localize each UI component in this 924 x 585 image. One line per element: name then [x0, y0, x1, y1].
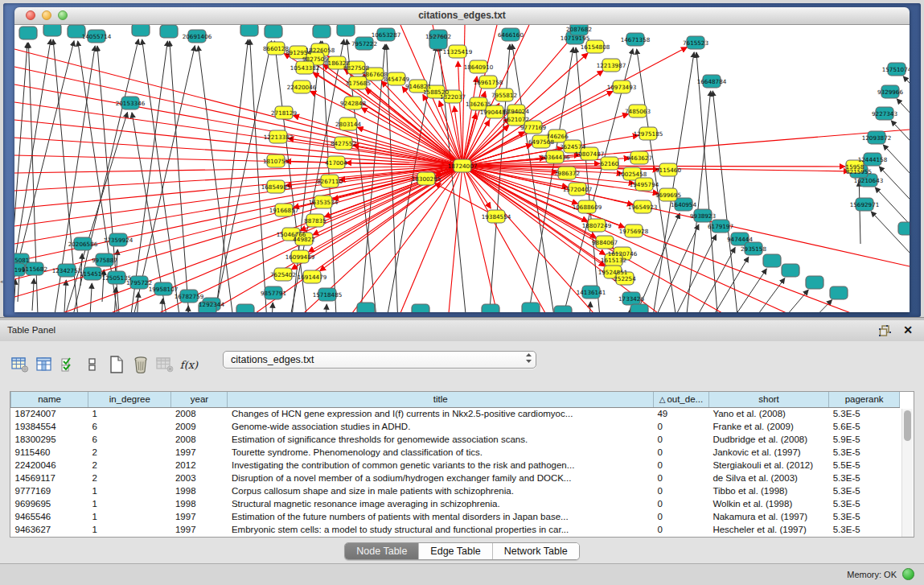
table-row[interactable]: 1456911722003Disruption of a novel membe… — [11, 472, 900, 484]
network-edge[interactable] — [704, 269, 766, 312]
network-edge[interactable] — [14, 49, 462, 166]
network-node[interactable] — [19, 27, 37, 39]
delete-table-button[interactable] — [129, 354, 153, 375]
network-node[interactable] — [763, 254, 781, 267]
new-table-button[interactable] — [105, 354, 129, 375]
network-node[interactable] — [160, 25, 178, 38]
memory-ok-indicator[interactable] — [902, 568, 914, 580]
tab-network-table[interactable]: Network Table — [493, 543, 579, 559]
table-row[interactable]: 1938455462009Genome-wide association stu… — [11, 420, 900, 433]
table-row[interactable]: 2242004622012Investigating the contribut… — [11, 459, 900, 472]
table-row[interactable]: 911546021997Tourette syndrome. Phenomeno… — [11, 446, 900, 459]
network-node[interactable] — [830, 286, 848, 299]
network-edge[interactable] — [271, 303, 273, 312]
network-edge[interactable] — [90, 283, 92, 312]
network-node[interactable] — [337, 25, 355, 36]
table-cell: 5.3E-5 — [829, 407, 900, 420]
network-node[interactable] — [132, 25, 150, 36]
network-edge[interactable] — [462, 76, 477, 166]
network-edge[interactable] — [170, 41, 192, 312]
network-edge[interactable] — [125, 41, 167, 312]
table-row[interactable]: 946554611997Estimation of the future num… — [11, 510, 900, 523]
network-edge[interactable] — [250, 39, 269, 312]
network-node[interactable] — [240, 25, 258, 36]
network-edge[interactable] — [859, 181, 860, 244]
column-header-outde[interactable]: △out_de... — [653, 392, 708, 407]
network-node[interactable] — [522, 303, 540, 312]
network-canvas[interactable]: 1405571420691406106532871527602646616010… — [14, 25, 910, 312]
table-row[interactable]: 1830029562008Estimation of significance … — [11, 433, 900, 446]
network-edge[interactable] — [903, 76, 910, 119]
network-node[interactable] — [236, 304, 254, 312]
show-columns-button[interactable] — [32, 354, 56, 375]
node-table[interactable]: namein_degreeyeartitle△out_de...shortpag… — [10, 391, 914, 538]
network-edge[interactable] — [14, 279, 15, 311]
panel-collapse-handle-icon[interactable]: ◂ — [0, 278, 3, 285]
tab-edge-table[interactable]: Edge Table — [419, 543, 492, 559]
scrollbar-thumb[interactable] — [904, 410, 911, 441]
table-row[interactable]: 1872400712008Changes of HCN gene express… — [11, 407, 900, 420]
tab-node-table[interactable]: Node Table — [345, 543, 419, 559]
window-titlebar[interactable]: citations_edges.txt — [14, 7, 910, 25]
network-edge[interactable] — [435, 183, 496, 216]
network-select[interactable]: citations_edges.txt — [223, 351, 536, 369]
network-node[interactable] — [357, 303, 375, 312]
network-edge[interactable] — [325, 304, 326, 312]
network-node[interactable] — [898, 222, 910, 235]
column-header-name[interactable]: name — [11, 392, 88, 407]
network-edge[interactable] — [14, 138, 462, 166]
network-edge[interactable] — [32, 278, 34, 311]
network-edge[interactable] — [652, 235, 717, 312]
network-edge[interactable] — [696, 52, 721, 312]
network-edge[interactable] — [462, 130, 910, 166]
network-edge[interactable] — [449, 166, 462, 312]
network-node[interactable] — [630, 304, 648, 312]
network-edge[interactable] — [891, 121, 910, 163]
network-edge[interactable] — [883, 145, 910, 187]
table-settings-button[interactable] — [8, 354, 32, 375]
column-header-year[interactable]: year — [171, 392, 228, 407]
select-rows-button[interactable] — [56, 354, 80, 375]
column-header-pagerank[interactable]: pagerank — [829, 392, 900, 407]
network-edge[interactable] — [64, 280, 66, 312]
network-edge[interactable] — [14, 84, 462, 166]
table-cell: 5.3E-5 — [829, 523, 900, 536]
close-panel-icon[interactable]: ✕ — [903, 323, 913, 336]
vertical-scrollbar[interactable] — [901, 409, 913, 537]
network-node[interactable] — [313, 25, 331, 38]
table-row[interactable]: 977716911998Corpus callosum shape and si… — [11, 484, 900, 497]
network-edge[interactable] — [897, 99, 910, 142]
network-node[interactable] — [482, 304, 499, 312]
row-height-button[interactable] — [80, 354, 105, 375]
network-edge[interactable] — [879, 167, 910, 209]
network-edge[interactable] — [161, 299, 162, 312]
network-edge[interactable] — [14, 155, 462, 166]
table-cell: 5.5E-5 — [829, 459, 900, 472]
network-node[interactable] — [43, 25, 61, 36]
function-builder-button[interactable]: f(x) — [177, 354, 201, 375]
network-node-label: 9699695 — [655, 192, 681, 199]
network-window[interactable]: citations_edges.txt 14055714206914061065… — [14, 7, 910, 312]
table-row[interactable]: 969969511998Structural magnetic resonanc… — [11, 497, 900, 510]
network-edge[interactable] — [14, 166, 462, 226]
network-edge[interactable] — [589, 302, 590, 312]
network-node-label: 19166857 — [269, 207, 299, 214]
network-edge[interactable] — [722, 278, 785, 312]
table-cell: 0 — [653, 484, 708, 497]
network-edge[interactable] — [713, 91, 742, 312]
import-table-disabled-button[interactable] — [153, 354, 177, 375]
float-window-icon[interactable] — [879, 324, 892, 337]
column-header-short[interactable]: short — [708, 392, 828, 407]
network-node[interactable] — [782, 264, 799, 277]
column-header-indegree[interactable]: in_degree — [88, 392, 171, 407]
network-node[interactable] — [806, 276, 823, 289]
network-node[interactable] — [554, 306, 572, 312]
table-cell: Jankovic et al. (1997) — [708, 446, 828, 459]
column-header-title[interactable]: title — [228, 392, 654, 407]
network-node[interactable] — [265, 25, 282, 38]
network-node-label: 18226058 — [306, 47, 335, 54]
network-edge[interactable] — [187, 306, 188, 312]
network-node[interactable] — [412, 304, 429, 312]
table-row[interactable]: 946362711997Embryonic stem cells: a mode… — [11, 523, 900, 536]
network-edge[interactable] — [210, 39, 248, 312]
